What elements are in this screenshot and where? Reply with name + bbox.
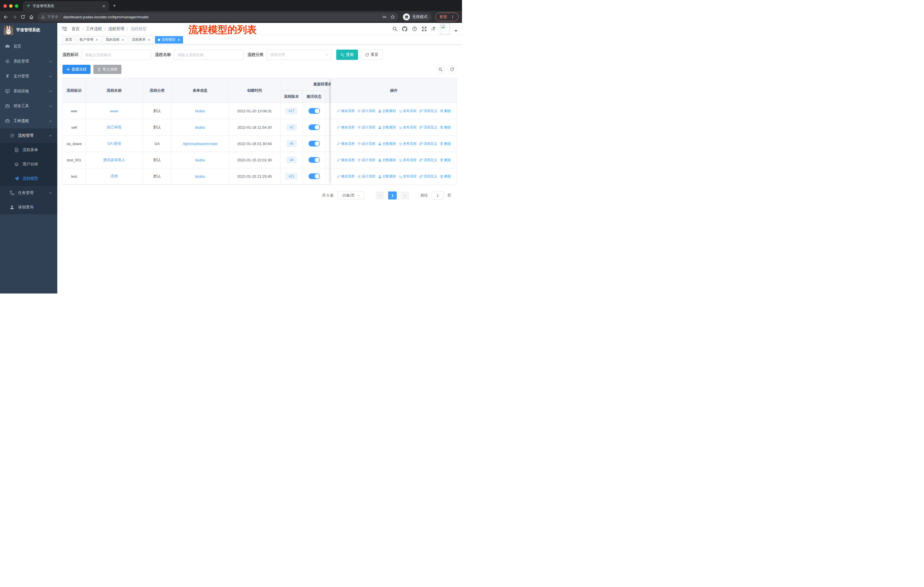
active-toggle[interactable] bbox=[309, 124, 320, 130]
form-link[interactable]: biubiu bbox=[195, 174, 205, 179]
fullscreen-icon[interactable] bbox=[422, 26, 426, 31]
version-badge[interactable]: v5 bbox=[286, 141, 297, 147]
create-process-button[interactable]: 新建流程 bbox=[63, 65, 91, 74]
assign-rule-link[interactable]: 分配规则 bbox=[378, 174, 396, 179]
form-link[interactable]: biubiu bbox=[195, 125, 205, 129]
sidebar-collapse-icon[interactable] bbox=[62, 26, 67, 31]
delete-link[interactable]: 删除 bbox=[440, 125, 451, 130]
assign-rule-link[interactable]: 分配规则 bbox=[378, 141, 396, 146]
publish-process-link[interactable]: 发布流程 bbox=[399, 109, 417, 114]
delete-link[interactable]: 删除 bbox=[440, 158, 451, 162]
publish-process-link[interactable]: 发布流程 bbox=[399, 174, 417, 179]
publish-process-link[interactable]: 发布流程 bbox=[399, 125, 417, 130]
sidebar-item-process-management[interactable]: 流程管理 bbox=[0, 128, 57, 143]
sidebar-item-workflow[interactable]: 工作流程 bbox=[0, 114, 57, 128]
password-key-icon[interactable] bbox=[382, 15, 387, 19]
design-process-link[interactable]: 设计流程 bbox=[358, 158, 376, 162]
breadcrumb-workflow[interactable]: 工作流程 bbox=[86, 26, 102, 31]
reset-button[interactable]: 重置 bbox=[361, 50, 383, 60]
process-definition-link[interactable]: 流程定义 bbox=[419, 141, 437, 146]
show-search-button[interactable] bbox=[436, 65, 445, 74]
process-category-select[interactable]: 流程分类 bbox=[266, 50, 332, 60]
version-badge[interactable]: v4 bbox=[286, 157, 297, 163]
publish-process-link[interactable]: 发布流程 bbox=[399, 141, 417, 146]
modify-process-link[interactable]: 修改流程 bbox=[337, 141, 355, 146]
sidebar-item-process-form[interactable]: 流程表单 bbox=[0, 143, 57, 157]
tag-home[interactable]: 首页 bbox=[63, 36, 75, 43]
process-definition-link[interactable]: 流程定义 bbox=[419, 174, 437, 179]
window-close-button[interactable] bbox=[3, 4, 7, 8]
tag-process-model[interactable]: 流程模型 ✕ bbox=[155, 36, 183, 43]
page-size-select[interactable]: 10条/页 bbox=[337, 192, 364, 200]
process-key-input[interactable] bbox=[81, 50, 151, 60]
tag-my-process[interactable]: 我的流程 ✕ bbox=[103, 36, 127, 43]
window-minimize-button[interactable] bbox=[9, 4, 13, 8]
close-icon[interactable]: ✕ bbox=[147, 38, 150, 42]
process-name-link[interactable]: 滔博 bbox=[111, 174, 118, 179]
process-definition-link[interactable]: 流程定义 bbox=[419, 109, 437, 114]
assign-rule-link[interactable]: 分配规则 bbox=[378, 109, 396, 114]
design-process-link[interactable]: 设计流程 bbox=[358, 174, 376, 179]
modify-process-link[interactable]: 修改流程 bbox=[337, 109, 355, 114]
process-name-link[interactable]: 自己审批 bbox=[107, 125, 122, 130]
sidebar-item-infra[interactable]: 基础设施 bbox=[0, 84, 57, 99]
refresh-table-button[interactable] bbox=[448, 65, 456, 74]
browser-update-button[interactable]: 更新 ⋮ bbox=[436, 13, 459, 21]
sidebar-item-devtools[interactable]: 研发工具 bbox=[0, 99, 57, 114]
prev-page-button[interactable]: ‹ bbox=[376, 192, 384, 200]
publish-process-link[interactable]: 发布流程 bbox=[399, 158, 417, 162]
goto-page-input[interactable] bbox=[432, 192, 444, 200]
delete-link[interactable]: 删除 bbox=[440, 109, 451, 114]
tag-process-form[interactable]: 流程表单 ✕ bbox=[129, 36, 153, 43]
active-toggle[interactable] bbox=[309, 157, 320, 163]
new-tab-button[interactable]: + bbox=[113, 3, 116, 9]
version-badge[interactable]: v17 bbox=[285, 108, 297, 114]
assign-rule-link[interactable]: 分配规则 bbox=[378, 125, 396, 130]
breadcrumb-process-management[interactable]: 流程管理 bbox=[108, 26, 124, 31]
back-icon[interactable] bbox=[3, 15, 8, 20]
process-name-input[interactable] bbox=[174, 50, 243, 60]
version-badge[interactable]: v21 bbox=[285, 173, 297, 179]
sidebar-item-home[interactable]: 首页 bbox=[0, 39, 57, 54]
breadcrumb-home[interactable]: 首页 bbox=[72, 26, 80, 31]
page-number-current[interactable]: 1 bbox=[388, 192, 397, 200]
process-name-link[interactable]: OA 请假 bbox=[107, 141, 121, 146]
next-page-button[interactable]: › bbox=[401, 192, 409, 200]
design-process-link[interactable]: 设计流程 bbox=[358, 109, 376, 114]
assign-rule-link[interactable]: 分配规则 bbox=[378, 158, 396, 162]
design-process-link[interactable]: 设计流程 bbox=[358, 125, 376, 130]
url-text[interactable]: dashboard.yudao.iocoder.cn/bpm/manager/m… bbox=[63, 15, 380, 19]
forward-icon[interactable] bbox=[12, 15, 17, 20]
tab-close-icon[interactable]: ✕ bbox=[102, 4, 106, 8]
reload-icon[interactable] bbox=[21, 15, 25, 19]
github-icon[interactable] bbox=[402, 26, 407, 31]
active-toggle[interactable] bbox=[309, 141, 320, 147]
sidebar-item-task-management[interactable]: 任务管理 bbox=[0, 186, 57, 200]
close-icon[interactable]: ✕ bbox=[177, 38, 180, 42]
sidebar-item-system[interactable]: 系统管理 bbox=[0, 54, 57, 69]
modify-process-link[interactable]: 修改流程 bbox=[337, 125, 355, 130]
design-process-link[interactable]: 设计流程 bbox=[358, 141, 376, 146]
window-zoom-button[interactable] bbox=[15, 4, 18, 8]
process-definition-link[interactable]: 流程定义 bbox=[419, 125, 437, 130]
avatar-caret-icon[interactable] bbox=[455, 30, 457, 32]
sidebar-item-user-group[interactable]: 用户分组 bbox=[0, 157, 57, 171]
process-definition-link[interactable]: 流程定义 bbox=[419, 158, 437, 162]
import-process-button[interactable]: 导入流程 bbox=[93, 65, 121, 74]
tag-tenant[interactable]: 租户管理 ✕ bbox=[77, 36, 101, 43]
avatar[interactable] bbox=[440, 23, 450, 35]
help-icon[interactable] bbox=[412, 26, 417, 31]
address-bar[interactable]: 不安全 dashboard.yudao.iocoder.cn/bpm/manag… bbox=[38, 13, 398, 21]
sidebar-item-payment[interactable]: ¥ 支付管理 bbox=[0, 69, 57, 84]
process-name-link[interactable]: eeee bbox=[110, 109, 118, 113]
sidebar-item-leave-query[interactable]: 请假查询 bbox=[0, 200, 57, 214]
modify-process-link[interactable]: 修改流程 bbox=[337, 158, 355, 162]
home-icon[interactable] bbox=[29, 15, 34, 20]
header-search-icon[interactable] bbox=[393, 26, 397, 31]
delete-link[interactable]: 删除 bbox=[440, 174, 451, 179]
bookmark-star-icon[interactable] bbox=[390, 15, 395, 19]
browser-menu-icon[interactable]: ⋮ bbox=[450, 15, 455, 19]
browser-tab[interactable]: 芋道管理系统 ✕ bbox=[23, 1, 109, 11]
not-secure-warning-icon[interactable] bbox=[41, 15, 45, 19]
active-toggle[interactable] bbox=[309, 174, 320, 179]
